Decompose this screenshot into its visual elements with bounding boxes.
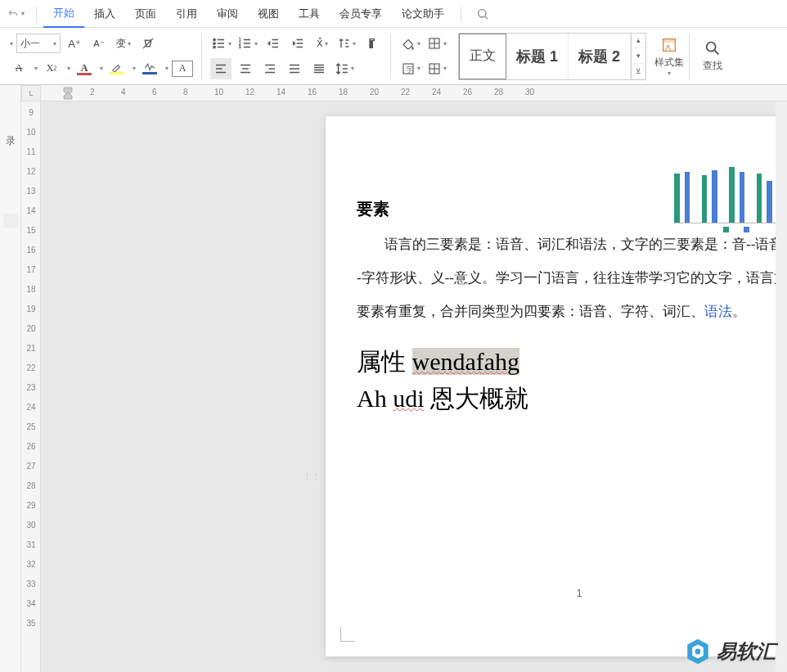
embedded-chart[interactable]: [671, 164, 787, 241]
stylesets-button[interactable]: A 样式集 ▾: [654, 36, 684, 77]
style-scroll-up[interactable]: ▴: [632, 34, 645, 49]
align-right-button[interactable]: [259, 58, 281, 79]
find-label: 查找: [703, 59, 722, 73]
borders-button[interactable]: ▾: [425, 33, 448, 54]
separator: [461, 7, 461, 21]
vertical-scrollbar[interactable]: [776, 101, 787, 672]
underline-color-button[interactable]: [139, 58, 160, 79]
stylesets-label: 样式集: [654, 56, 684, 70]
tab-home[interactable]: 开始: [43, 0, 84, 28]
strike-more[interactable]: ▾: [34, 65, 38, 72]
style-normal[interactable]: 正文: [459, 34, 506, 79]
watermark-text: 易软汇: [717, 638, 776, 665]
heading-text: udi: [393, 385, 424, 412]
svg-point-2: [214, 43, 215, 44]
doc-heading-2[interactable]: 属性 wendafahg Ah udi 恩大概就: [357, 343, 787, 417]
para-text: 。: [732, 304, 746, 319]
svg-point-3: [214, 47, 215, 48]
svg-point-0: [479, 9, 486, 16]
page-number: 1: [576, 587, 582, 599]
align-center-button[interactable]: [235, 58, 256, 79]
table-button[interactable]: ▾: [425, 58, 448, 79]
workspace: 录 91011121314151617181920212223242526272…: [0, 85, 787, 672]
doc-paragraph[interactable]: 语言的三要素是：语音、词汇和语法，文字的三要素是：音--语音、形--字符形状、义…: [357, 228, 787, 328]
change-case-button[interactable]: 变▾: [113, 33, 134, 54]
heading-text: Ah: [357, 385, 393, 412]
tab-insert[interactable]: 插入: [84, 0, 125, 28]
selected-text: wendafahg: [412, 348, 520, 375]
super-more[interactable]: ▾: [67, 65, 70, 72]
numbering-button[interactable]: 123▾: [236, 33, 259, 54]
tab-reference[interactable]: 引用: [166, 0, 207, 28]
heading-text: 属性: [357, 348, 412, 375]
svg-point-47: [707, 43, 716, 52]
text-direction-button[interactable]: X̽▾: [312, 33, 333, 54]
sort-button[interactable]: ▾: [336, 33, 358, 54]
decrease-indent-button[interactable]: [263, 33, 284, 54]
tab-tools[interactable]: 工具: [289, 0, 330, 28]
shading-button[interactable]: ▾: [399, 33, 422, 54]
svg-point-48: [695, 649, 701, 655]
svg-point-1: [214, 39, 215, 41]
heading-text: 恩大概就: [425, 385, 529, 412]
svg-text:3: 3: [239, 44, 241, 49]
page-scroll[interactable]: 要素 语言的三要素是：语音、词汇和语法，文字的三要素是：音--语音、形--字符形…: [41, 101, 787, 672]
nav-sidebar: 录: [0, 85, 21, 672]
font-color-button[interactable]: A: [74, 58, 95, 79]
separator: [36, 7, 37, 21]
horizontal-ruler[interactable]: 24681012141618202224262830: [41, 85, 787, 101]
font-size-select[interactable]: 小一▾: [16, 34, 61, 53]
style-nav: ▴ ▾ ⊻: [631, 34, 645, 79]
superscript-button[interactable]: X2: [41, 58, 62, 79]
tab-review[interactable]: 审阅: [207, 0, 248, 28]
align-justify-button[interactable]: [284, 58, 305, 79]
tab-member[interactable]: 会员专享: [330, 0, 392, 28]
line-spacing-button[interactable]: ▾: [333, 58, 356, 79]
align-distribute-button[interactable]: [308, 58, 330, 79]
svg-text:A: A: [665, 43, 671, 51]
align-left-button[interactable]: [210, 58, 232, 79]
paragraph-drag-handle-icon[interactable]: ⋮⋮: [306, 471, 317, 482]
style-scroll-down[interactable]: ▾: [632, 48, 645, 64]
separator: [689, 34, 690, 79]
tab-page[interactable]: 页面: [125, 0, 166, 28]
toc-char: 录: [6, 134, 16, 148]
undo-dropdown[interactable]: ▾: [7, 7, 25, 20]
style-heading1[interactable]: 标题 1: [506, 34, 569, 79]
clear-format-button[interactable]: [137, 33, 159, 54]
document-page[interactable]: 要素 语言的三要素是：语音、词汇和语法，文字的三要素是：音--语音、形--字符形…: [326, 116, 787, 656]
find-button[interactable]: 查找: [703, 39, 722, 73]
style-heading2[interactable]: 标题 2: [569, 34, 631, 79]
sidebar-tab[interactable]: [3, 214, 18, 228]
font-size-value: 小一: [20, 37, 40, 51]
styles-gallery: 正文 标题 1 标题 2 ▴ ▾ ⊻: [458, 33, 646, 80]
increase-indent-button[interactable]: [287, 33, 308, 54]
highlight-more[interactable]: ▾: [133, 65, 136, 72]
menubar: ▾ 开始 插入 页面 引用 审阅 视图 工具 会员专享 论文助手: [0, 0, 787, 28]
grow-font-button[interactable]: A⁺: [64, 33, 85, 54]
tab-view[interactable]: 视图: [248, 0, 289, 28]
watermark-logo: 易软汇: [684, 638, 776, 665]
page-corner-mark: [340, 627, 355, 642]
strike-button[interactable]: A: [8, 58, 29, 79]
underline-more[interactable]: ▾: [165, 65, 169, 72]
hyperlink-grammar[interactable]: 语法: [704, 304, 732, 319]
separator: [390, 34, 391, 79]
ruler-corner[interactable]: L: [21, 85, 41, 101]
search-icon[interactable]: [476, 7, 489, 20]
ribbon-toolbar: ▾ 小一▾ A⁺ A⁻ 变▾ A ▾ X2 ▾ A ▾: [0, 28, 787, 85]
chart-legend: [671, 227, 787, 232]
svg-text:字: 字: [406, 65, 413, 74]
font-name-more[interactable]: ▾: [10, 40, 13, 47]
highlight-button[interactable]: [106, 58, 128, 79]
char-border-button[interactable]: A: [172, 61, 193, 77]
indent-marker-icon[interactable]: [63, 87, 73, 101]
show-marks-button[interactable]: [361, 33, 382, 54]
font-color-more[interactable]: ▾: [100, 65, 103, 72]
bullets-button[interactable]: ▾: [210, 33, 233, 54]
style-expand[interactable]: ⊻: [632, 64, 645, 79]
tab-thesis[interactable]: 论文助手: [392, 0, 454, 28]
shrink-font-button[interactable]: A⁻: [88, 33, 110, 54]
vertical-ruler[interactable]: 9101112131415161718192021222324252627282…: [21, 85, 41, 672]
char-shading-button[interactable]: 字▾: [399, 58, 422, 79]
